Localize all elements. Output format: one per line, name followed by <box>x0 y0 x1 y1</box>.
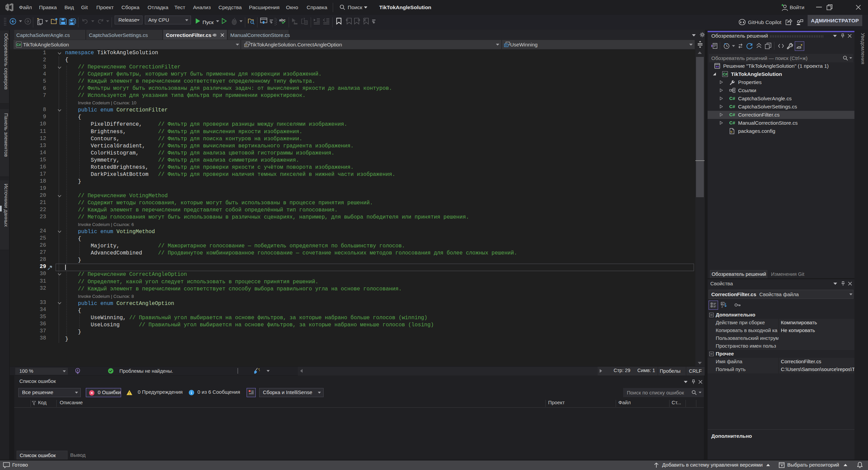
svg-text:Z: Z <box>721 306 723 308</box>
svg-text:A: A <box>721 303 723 305</box>
svg-text:C#: C# <box>723 72 728 76</box>
svg-text:C#: C# <box>17 43 21 47</box>
